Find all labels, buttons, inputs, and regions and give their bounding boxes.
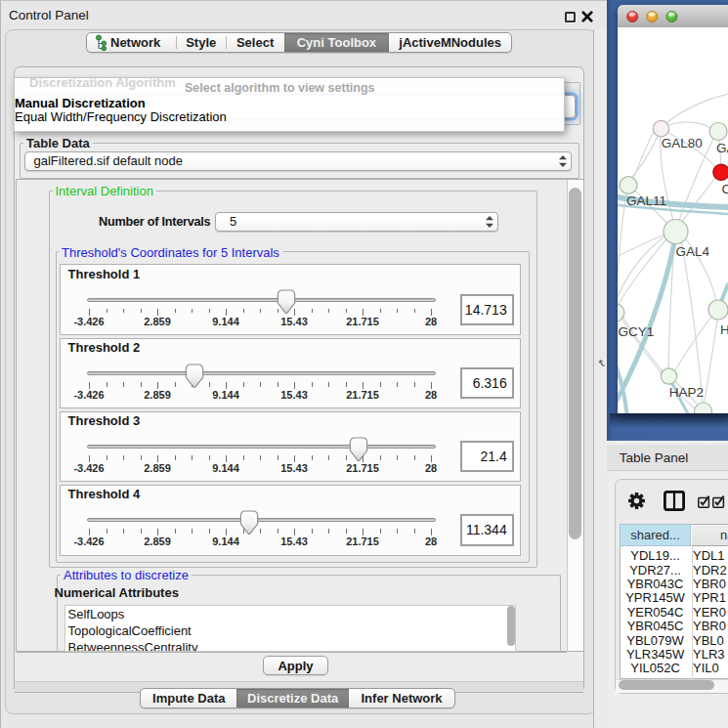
svg-text:C: C (721, 182, 728, 196)
svg-text:GAL80: GAL80 (661, 136, 702, 150)
svg-text:HAP2: HAP2 (668, 385, 703, 400)
svg-text:GA: GA (716, 141, 728, 155)
svg-text:GCY1: GCY1 (618, 324, 654, 339)
svg-text:GAL11: GAL11 (625, 193, 665, 208)
svg-text:GAL4: GAL4 (675, 244, 709, 259)
svg-text:H: H (720, 322, 728, 337)
